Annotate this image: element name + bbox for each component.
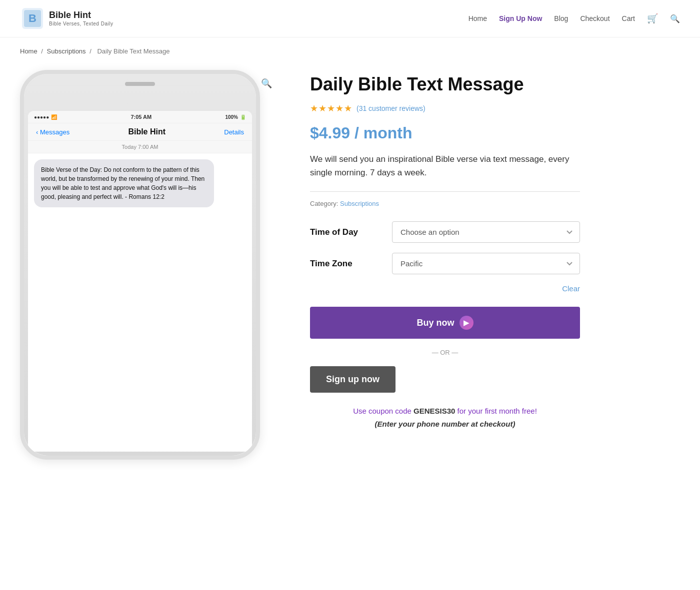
breadcrumb-current: Daily Bible Text Message [97, 47, 170, 55]
divider-1 [310, 191, 580, 192]
logo-subtitle: Bible Verses, Texted Daily [49, 21, 113, 27]
signal-status: ●●●●● 📶 [34, 114, 57, 120]
logo-title: Bible Hint [49, 10, 113, 21]
time-of-day-row: Time of Day Choose an option Morning (7:… [310, 221, 580, 243]
time-of-day-label: Time of Day [310, 227, 380, 237]
logo-icon: B [20, 6, 45, 31]
phone-messages: Bible Verse of the Day: Do not conform t… [28, 153, 252, 452]
zoom-icon[interactable]: 🔍 [261, 78, 272, 89]
nav-checkout[interactable]: Checkout [580, 14, 610, 22]
time-zone-row: Time Zone Pacific Mountain Central Easte… [310, 253, 580, 274]
coupon-text: Use coupon code GENESIS30 for your first… [310, 405, 580, 418]
phone-status-bar: ●●●●● 📶 7:05 AM 100% 🔋 [28, 111, 252, 123]
nav-home[interactable]: Home [468, 14, 487, 22]
product-description: We will send you an inspirational Bible … [310, 152, 580, 179]
category-label: Category: [310, 200, 338, 207]
product-price: $4.99 / month [310, 124, 580, 142]
breadcrumb-sep-2: / [90, 47, 93, 55]
or-divider: — OR — [310, 349, 580, 356]
cart-icon[interactable]: 🛒 [647, 13, 658, 24]
phone-back-button[interactable]: ‹ Messages [36, 128, 70, 136]
signup-now-button[interactable]: Sign up now [310, 366, 396, 393]
coupon-note: (Enter your phone number at checkout) [310, 420, 580, 428]
breadcrumb-home[interactable]: Home [20, 47, 38, 55]
search-icon[interactable]: 🔍 [670, 14, 680, 23]
wifi-icon: 📶 [51, 114, 57, 120]
coupon-suffix: for your first month free! [458, 407, 537, 415]
breadcrumb-subscriptions[interactable]: Subscriptions [47, 47, 86, 55]
logo[interactable]: B Bible Hint Bible Verses, Texted Daily [20, 6, 113, 31]
category-link[interactable]: Subscriptions [340, 200, 379, 207]
phone-frame: ●●●●● 📶 7:05 AM 100% 🔋 ‹ Messages [24, 74, 256, 456]
phone-date-bar: Today 7:00 AM [28, 141, 252, 153]
clear-link[interactable]: Clear [562, 284, 580, 293]
reviews-row: ★★★★★ (31 customer reviews) [310, 103, 580, 114]
time-zone-select[interactable]: Pacific Mountain Central Eastern [392, 253, 580, 274]
signal-dots: ●●●●● [34, 114, 49, 120]
buy-now-label: Buy now [417, 318, 454, 328]
buy-arrow-icon: ▶ [460, 316, 474, 330]
product-page: 🔍 ●●●●● 📶 7:05 AM 100% 🔋 [0, 60, 600, 490]
time-of-day-select[interactable]: Choose an option Morning (7:00 AM) After… [392, 221, 580, 243]
category-row: Category: Subscriptions [310, 200, 580, 207]
phone-nav-bar: ‹ Messages Bible Hint Details [28, 123, 252, 141]
site-header: B Bible Hint Bible Verses, Texted Daily … [0, 0, 700, 37]
battery-status: 100% 🔋 [225, 114, 246, 120]
nav-blog[interactable]: Blog [554, 14, 568, 22]
product-info-column: Daily Bible Text Message ★★★★★ (31 custo… [310, 70, 580, 460]
logo-text: Bible Hint Bible Verses, Texted Daily [49, 10, 113, 27]
product-title: Daily Bible Text Message [310, 74, 580, 95]
phone-nav-title: Bible Hint [128, 127, 166, 136]
clear-row: Clear [310, 284, 580, 293]
message-bubble: Bible Verse of the Day: Do not conform t… [34, 159, 214, 207]
battery-icon: 🔋 [240, 114, 246, 120]
star-rating: ★★★★★ [310, 103, 352, 114]
coupon-code: GENESIS30 [414, 407, 455, 415]
time-zone-label: Time Zone [310, 259, 380, 269]
battery-label: 100% [225, 114, 238, 120]
breadcrumb-sep-1: / [41, 47, 44, 55]
svg-text:B: B [28, 12, 36, 24]
product-image-column: 🔍 ●●●●● 📶 7:05 AM 100% 🔋 [20, 70, 280, 460]
buy-now-button[interactable]: Buy now ▶ [310, 307, 580, 339]
nav-signup[interactable]: Sign Up Now [499, 14, 542, 22]
phone-screen: ●●●●● 📶 7:05 AM 100% 🔋 ‹ Messages [28, 111, 252, 452]
phone-notch [125, 82, 155, 86]
status-time: 7:05 AM [130, 114, 152, 120]
phone-mockup: ●●●●● 📶 7:05 AM 100% 🔋 ‹ Messages [20, 70, 260, 460]
breadcrumb: Home / Subscriptions / Daily Bible Text … [0, 37, 700, 60]
nav-cart[interactable]: Cart [622, 14, 635, 22]
reviews-link[interactable]: (31 customer reviews) [356, 104, 426, 112]
main-nav: Home Sign Up Now Blog Checkout Cart 🛒 🔍 [468, 13, 680, 24]
coupon-prefix: Use coupon code [353, 407, 412, 415]
phone-nav-detail[interactable]: Details [224, 128, 244, 136]
